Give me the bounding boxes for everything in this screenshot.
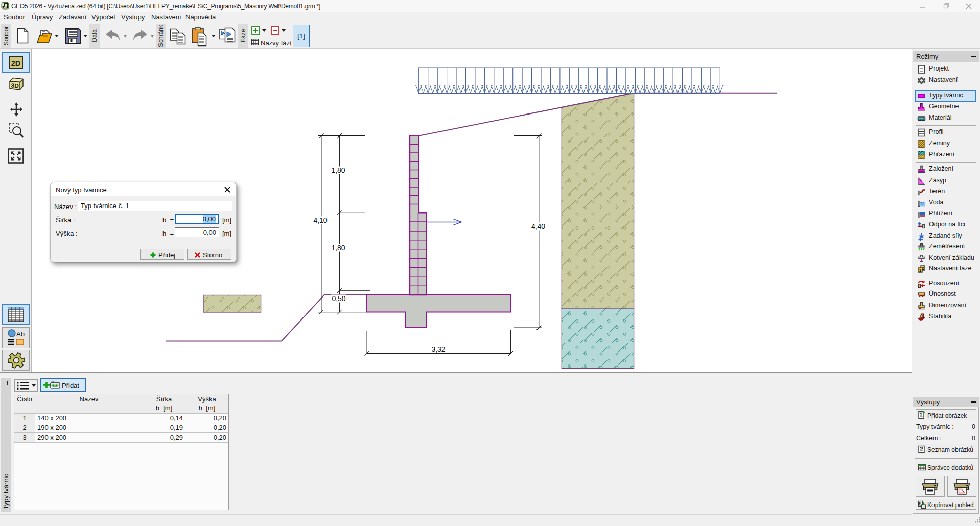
svg-text:1,80: 1,80	[331, 244, 345, 252]
svg-text:1,80: 1,80	[331, 166, 345, 174]
svg-text:3,32: 3,32	[431, 345, 445, 353]
svg-text:4,10: 4,10	[313, 216, 327, 224]
svg-text:2D: 2D	[11, 59, 21, 67]
svg-text:4,40: 4,40	[531, 222, 545, 231]
svg-text:Ab: Ab	[16, 330, 25, 338]
svg-text:3D: 3D	[11, 82, 19, 90]
svg-text:0,50: 0,50	[332, 294, 345, 303]
